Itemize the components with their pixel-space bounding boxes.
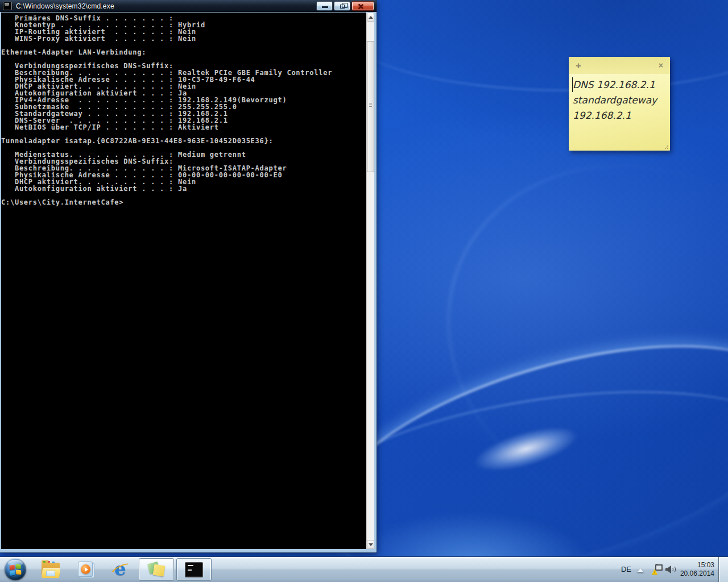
- volume-icon[interactable]: [665, 564, 677, 575]
- language-indicator[interactable]: DE: [619, 565, 634, 573]
- speaker-icon: [672, 566, 676, 573]
- console-output: Primäres DNS-Suffix . . . . . . . : Knot…: [1, 13, 366, 549]
- sticky-note-body[interactable]: DNS 192.168.2.1 standardgateway 192.168.…: [569, 74, 670, 151]
- wallpaper-streak: [341, 0, 728, 91]
- arrow-up-icon: [369, 16, 373, 19]
- taskbar-item-windows-explorer[interactable]: [41, 560, 60, 579]
- command-prompt-icon: [185, 562, 203, 577]
- wallpaper-streak: [391, 105, 728, 578]
- console-area[interactable]: Primäres DNS-Suffix . . . . . . . : Knot…: [1, 13, 374, 549]
- taskbar-item-command-prompt[interactable]: [176, 558, 212, 581]
- sticky-notes-icon: [147, 561, 166, 578]
- delete-note-icon[interactable]: ×: [659, 61, 663, 69]
- folder-icon: [46, 571, 55, 576]
- close-button[interactable]: [351, 1, 374, 11]
- text-cursor: [572, 77, 573, 92]
- thumb-grip-icon: [369, 103, 372, 107]
- minimize-icon: [322, 6, 328, 8]
- cmd-icon: [3, 2, 12, 10]
- show-desktop-button[interactable]: [718, 557, 728, 582]
- start-button[interactable]: [5, 559, 26, 580]
- window-title: C:\Windows\system32\cmd.exe: [16, 2, 114, 10]
- scrollbar-thumb[interactable]: [367, 41, 374, 172]
- taskbar: e DE 15:03 20.06.2014: [0, 556, 728, 582]
- restore-icon: [340, 5, 345, 9]
- wallpaper-flare: [469, 418, 582, 480]
- note-text-line: 192.168.2.1: [573, 108, 667, 123]
- clock[interactable]: 15:03 20.06.2014: [678, 561, 714, 578]
- minimize-button[interactable]: [316, 1, 333, 11]
- show-hidden-icons-button[interactable]: [637, 568, 644, 572]
- note-text-line: DNS 192.168.2.1: [573, 77, 667, 93]
- scroll-up-button[interactable]: [367, 13, 374, 22]
- network-status-icon[interactable]: [652, 564, 663, 575]
- scroll-down-button[interactable]: [367, 540, 374, 549]
- sticky-note[interactable]: + × DNS 192.168.2.1 standardgateway 192.…: [569, 57, 670, 151]
- sticky-note-header[interactable]: + ×: [569, 57, 670, 74]
- taskbar-item-internet-explorer[interactable]: e: [111, 560, 131, 579]
- taskbar-item-media-player[interactable]: [76, 560, 96, 579]
- console-scrollbar[interactable]: [366, 13, 374, 549]
- note-text-line: standardgateway: [573, 93, 667, 108]
- cmd-titlebar[interactable]: C:\Windows\system32\cmd.exe: [0, 0, 377, 12]
- warning-icon: [655, 571, 656, 573]
- arrow-down-icon: [369, 543, 373, 546]
- windows-logo-icon: [10, 564, 22, 575]
- clock-time: 15:03: [678, 561, 714, 569]
- play-icon: [85, 567, 88, 572]
- restore-button[interactable]: [334, 1, 350, 11]
- speaker-icon: [665, 566, 671, 573]
- new-note-icon[interactable]: +: [576, 61, 581, 70]
- cmd-window: C:\Windows\system32\cmd.exe Primäres DNS…: [0, 0, 377, 552]
- resize-grip[interactable]: [663, 144, 668, 149]
- taskbar-item-sticky-notes[interactable]: [139, 558, 174, 581]
- clock-date: 20.06.2014: [678, 569, 714, 578]
